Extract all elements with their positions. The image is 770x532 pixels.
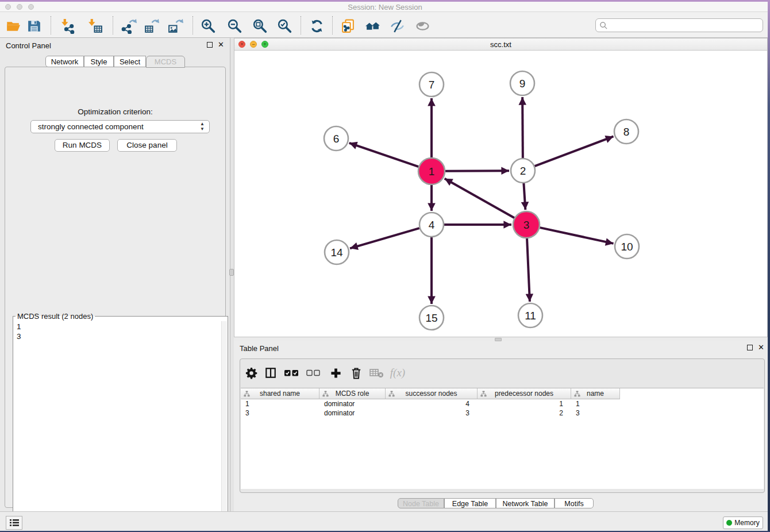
table-tab-network-table[interactable]: Network Table: [496, 498, 555, 508]
control-tab-mcds[interactable]: MCDS: [146, 56, 185, 68]
column-tree-icon: [480, 391, 487, 397]
settings-icon[interactable]: [242, 366, 260, 380]
import-table-icon[interactable]: [86, 17, 103, 34]
table-cell[interactable]: 3: [241, 408, 319, 418]
close-panel-button[interactable]: Close panel: [117, 139, 177, 152]
table-panel: Table Panel ✕ f(x) shared nameMCDS roles…: [234, 341, 770, 511]
control-tab-style[interactable]: Style: [84, 56, 114, 67]
delete-icon[interactable]: [348, 366, 365, 380]
network-graph-canvas[interactable]: 7968124314101511: [234, 51, 767, 337]
mcds-result-scrollbar[interactable]: [221, 321, 227, 532]
show-panels-icon[interactable]: [414, 17, 431, 34]
graph-node-label: 9: [519, 78, 526, 90]
table-tab-motifs[interactable]: Motifs: [555, 498, 594, 508]
column-header-predecessor-nodes[interactable]: predecessor nodes: [478, 388, 571, 399]
duplicate-network-icon[interactable]: [339, 17, 356, 34]
control-tab-select[interactable]: Select: [114, 56, 146, 67]
zoom-in-icon[interactable]: [199, 17, 217, 34]
horizontal-split-handle[interactable]: [495, 338, 502, 341]
toolbar-divider: [332, 16, 333, 34]
column-header-label: successor nodes: [405, 390, 457, 398]
graph-node-label: 2: [520, 165, 526, 177]
table-cell[interactable]: dominator: [319, 408, 386, 418]
delete-table-icon[interactable]: [368, 366, 385, 380]
zoom-out-icon[interactable]: [226, 17, 243, 34]
network-window-titlebar: ✕ – + scc.txt: [234, 38, 767, 51]
table-cell[interactable]: 1: [241, 399, 319, 408]
list-icon: [9, 519, 20, 527]
column-header-MCDS-role[interactable]: MCDS role: [319, 388, 386, 399]
control-panel: Control Panel ✕ NetworkStyleSelectMCDS O…: [0, 38, 230, 511]
mcds-result-node: 1: [17, 322, 218, 331]
column-tree-icon: [244, 391, 250, 397]
graph-node-label: 8: [623, 126, 630, 138]
graph-node-label: 3: [523, 219, 530, 231]
zoom-fit-icon[interactable]: [251, 17, 268, 34]
table-tab-node-table[interactable]: Node Table: [398, 498, 444, 508]
vertical-split-handle[interactable]: [229, 269, 234, 276]
task-history-button[interactable]: [6, 516, 22, 530]
table-cell[interactable]: 3: [571, 408, 620, 418]
window-titlebar: Session: New Session: [0, 2, 770, 12]
toolbar-divider: [301, 16, 301, 34]
graph-edge-2-8[interactable]: [535, 136, 614, 166]
mcds-result-node: 3: [17, 331, 218, 341]
table-panel-float-icon[interactable]: [747, 345, 753, 350]
memory-button[interactable]: Memory: [723, 516, 763, 529]
table-row[interactable]: 1dominator411: [241, 399, 620, 408]
export-image-icon[interactable]: [167, 17, 184, 34]
memory-status-icon: [726, 520, 732, 526]
table-cell[interactable]: 4: [386, 399, 478, 408]
import-network-icon[interactable]: [59, 17, 76, 34]
table-panel-tabs: Node TableEdge TableNetwork TableMotifs: [234, 498, 770, 509]
unselect-all-columns-icon[interactable]: [305, 366, 322, 380]
optimization-criterion-label: Optimization criterion:: [5, 107, 225, 116]
open-file-icon[interactable]: [5, 17, 22, 34]
table-cell[interactable]: 2: [478, 408, 571, 418]
table-cell[interactable]: 3: [386, 408, 478, 418]
run-mcds-button[interactable]: Run MCDS: [55, 139, 110, 152]
control-panel-float-icon[interactable]: [207, 42, 213, 48]
graph-edge-1-6[interactable]: [349, 143, 419, 167]
graph-edge-1-2[interactable]: [445, 171, 509, 171]
control-panel-close-icon[interactable]: ✕: [218, 42, 224, 48]
session-title: Session: New Session: [0, 3, 770, 11]
table-panel-close-icon[interactable]: ✕: [758, 345, 764, 350]
column-header-label: shared name: [260, 390, 300, 398]
column-tree-icon: [388, 391, 395, 397]
graph-edge-2-9[interactable]: [522, 97, 523, 158]
graph-edge-3-10[interactable]: [540, 228, 613, 244]
export-network-icon[interactable]: [120, 17, 137, 34]
select-all-columns-icon[interactable]: [283, 366, 300, 380]
table-row[interactable]: 3dominator323: [241, 408, 620, 418]
column-header-name[interactable]: name: [571, 388, 620, 399]
desktop-edge-right: [768, 0, 770, 532]
table-cell[interactable]: 1: [478, 399, 571, 408]
mcds-tab-content: Optimization criterion: strongly connect…: [5, 67, 226, 508]
table-cell[interactable]: 1: [571, 399, 620, 408]
zoom-selected-icon[interactable]: [276, 17, 293, 34]
table-tab-edge-table[interactable]: Edge Table: [444, 498, 496, 508]
control-panel-title: Control Panel: [6, 41, 51, 50]
graph-edge-2-3[interactable]: [523, 183, 525, 210]
add-icon[interactable]: [327, 366, 344, 380]
column-header-shared-name[interactable]: shared name: [241, 388, 319, 399]
save-session-icon[interactable]: [25, 17, 43, 34]
graph-edge-3-11[interactable]: [527, 238, 530, 302]
export-table-icon[interactable]: [143, 17, 160, 34]
refresh-icon[interactable]: [308, 17, 325, 34]
graph-edge-3-1[interactable]: [445, 179, 514, 218]
toolbar-divider: [113, 16, 113, 34]
control-tab-network[interactable]: Network: [45, 56, 84, 67]
table-cell[interactable]: dominator: [319, 399, 386, 408]
node-table-container: f(x) shared nameMCDS rolesuccessor nodes…: [240, 358, 765, 493]
search-input[interactable]: [595, 18, 763, 32]
graph-edge-4-14[interactable]: [350, 228, 419, 248]
column-header-successor-nodes[interactable]: successor nodes: [386, 388, 478, 399]
criterion-select[interactable]: strongly connected component ▲▼: [30, 120, 210, 133]
mcds-result-list[interactable]: 13: [13, 321, 222, 532]
show-all-networks-icon[interactable]: [364, 17, 381, 34]
show-columns-icon[interactable]: [262, 366, 279, 380]
graph-node-label: 7: [429, 79, 435, 91]
hide-panels-icon[interactable]: [388, 17, 406, 34]
